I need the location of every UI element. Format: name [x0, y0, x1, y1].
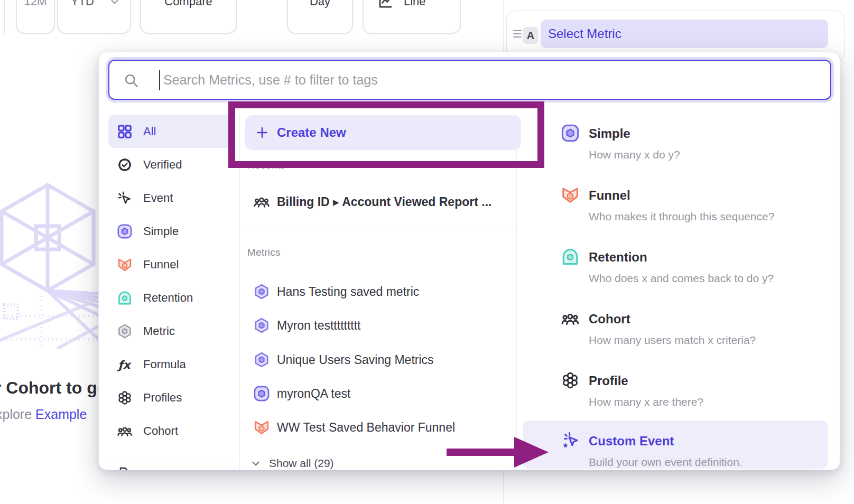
saved-metric-icon: [253, 317, 270, 334]
metric-type-custom-event[interactable]: Custom Event Build your own event defini…: [561, 431, 825, 470]
rail-divider: [112, 463, 236, 463]
saved-metric-icon: [253, 351, 270, 368]
metric-item[interactable]: Hans Testing saved metric: [245, 274, 517, 309]
row-letter-badge: A: [523, 27, 539, 44]
sidebar-item-cohort[interactable]: Cohort: [108, 414, 235, 447]
interval-day-label: Day: [288, 0, 352, 8]
retention-icon: [561, 247, 580, 266]
profiles-flower-icon: [117, 390, 133, 406]
compare-button[interactable]: Compare: [140, 0, 237, 34]
tag-icon[interactable]: [118, 465, 134, 470]
empty-state-subtext: xplore Example: [0, 407, 87, 422]
range-ytd-label: YTD: [71, 0, 94, 8]
range-12m-label: 12M: [17, 0, 54, 8]
annotation-arrow: [447, 434, 550, 470]
chart-type-line-label: Line: [404, 0, 426, 8]
retention-icon: [117, 290, 133, 306]
simple-metric-icon: [561, 124, 580, 143]
panel-edge-divider: [4, 0, 5, 35]
simple-metric-icon: [253, 385, 270, 402]
chart-type-line-button[interactable]: Line: [363, 0, 461, 34]
sidebar-item-formula[interactable]: Formula: [108, 348, 235, 381]
metric-item[interactable]: myronQA test: [245, 376, 517, 411]
funnel-icon: [253, 419, 270, 436]
metric-item[interactable]: Myron testtttttttt: [245, 308, 517, 343]
metric-item[interactable]: Unique Users Saving Metrics: [245, 342, 517, 377]
interval-day-button[interactable]: Day: [287, 0, 353, 34]
profiles-flower-icon: [561, 371, 580, 390]
metrics-header: Metrics: [247, 247, 281, 258]
metric-type-cohort[interactable]: Cohort How many users match x criteria?: [561, 309, 825, 362]
empty-state-heading: r Cohort to ge: [0, 378, 107, 398]
metric-hexagon-icon: [117, 323, 133, 339]
sidebar-item-funnel[interactable]: Funnel: [108, 248, 235, 281]
sidebar-item-event[interactable]: Event: [108, 181, 235, 214]
annotation-highlight-box: [228, 101, 544, 168]
app-root: 12M YTD Compare Day Line r Cohort to ge: [0, 0, 854, 504]
metric-type-simple[interactable]: Simple How many x do y?: [561, 124, 825, 176]
event-cursor-icon: [117, 190, 133, 206]
cohort-people-icon: [253, 193, 270, 210]
simple-metric-icon: [117, 223, 133, 239]
cohort-people-icon: [561, 309, 580, 328]
custom-event-icon: [561, 431, 580, 450]
select-metric-button[interactable]: Select Metric: [541, 20, 828, 48]
recent-item-billing[interactable]: Billing ID ▸ Account Viewed Report ...: [245, 184, 517, 219]
grid-icon: [117, 124, 133, 139]
saved-metric-icon: [253, 283, 270, 300]
compare-label: Compare: [141, 0, 236, 8]
cohort-people-icon: [117, 423, 133, 439]
funnel-icon: [117, 257, 133, 273]
search-input[interactable]: [109, 61, 830, 99]
filter-rail: All Verified Event Simple Funnel Retenti…: [108, 115, 235, 447]
line-chart-icon: [377, 0, 393, 10]
section-divider: [245, 228, 517, 228]
metric-type-profile[interactable]: Profile How many x are there?: [561, 371, 825, 424]
metric-type-retention[interactable]: Retention Who does x and comes back to d…: [561, 247, 825, 300]
example-link[interactable]: Example: [35, 407, 87, 422]
verified-badge-icon: [117, 157, 133, 173]
metric-type-funnel[interactable]: Funnel Who makes it through this sequenc…: [561, 185, 825, 238]
formula-icon: [117, 357, 133, 372]
funnel-icon: [561, 185, 580, 204]
sidebar-item-retention[interactable]: Retention: [108, 281, 235, 314]
search-bar: [108, 60, 831, 100]
show-all-button[interactable]: Show all (29): [245, 450, 457, 470]
range-12m-button[interactable]: 12M: [16, 0, 55, 34]
sidebar-item-metric[interactable]: Metric: [108, 314, 235, 348]
sidebar-item-all[interactable]: All: [108, 115, 235, 148]
sidebar-item-verified[interactable]: Verified: [108, 148, 235, 181]
chevron-down-icon: [250, 458, 262, 469]
sidebar-item-simple[interactable]: Simple: [108, 214, 235, 248]
chevron-down-icon: [109, 0, 120, 7]
drag-handle-icon[interactable]: [513, 30, 522, 38]
sidebar-item-profiles[interactable]: Profiles: [108, 381, 235, 414]
explore-text: xplore: [0, 407, 32, 422]
range-ytd-button[interactable]: YTD: [57, 0, 131, 34]
